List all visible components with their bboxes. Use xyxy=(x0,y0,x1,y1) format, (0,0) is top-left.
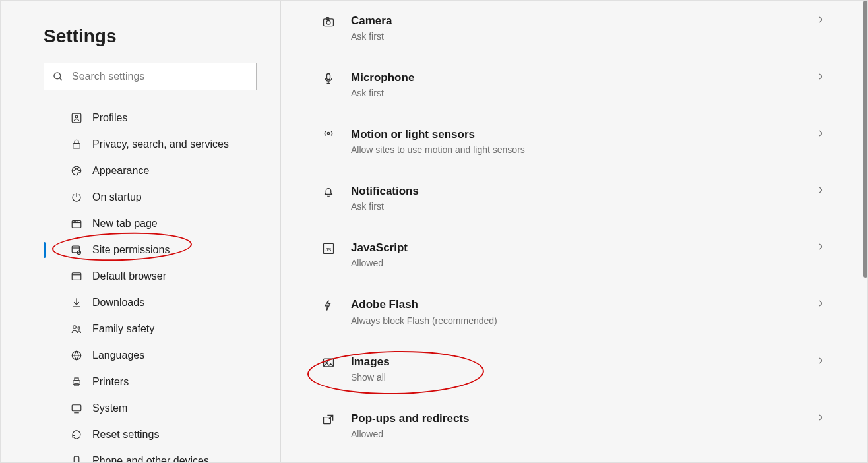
svg-rect-11 xyxy=(74,221,75,222)
scrollbar-thumb[interactable] xyxy=(863,1,867,278)
flash-icon xyxy=(321,299,336,312)
sidebar-item-label: Languages xyxy=(92,350,144,361)
system-icon xyxy=(70,402,83,415)
svg-rect-13 xyxy=(77,221,78,222)
search-input[interactable] xyxy=(71,70,248,83)
svg-rect-17 xyxy=(72,273,81,280)
sidebar-item-label: Reset settings xyxy=(92,429,159,441)
permission-title: Adobe Flash xyxy=(351,297,816,312)
svg-point-36 xyxy=(327,133,329,135)
page-title: Settings xyxy=(44,26,280,47)
profile-icon xyxy=(70,111,83,125)
svg-text:JS: JS xyxy=(325,247,331,253)
scrollbar-track[interactable] xyxy=(861,1,867,462)
chevron-right-icon xyxy=(816,242,825,251)
javascript-icon: JS xyxy=(321,242,336,255)
sidebar-item-downloads[interactable]: Downloads xyxy=(1,290,280,316)
languages-icon xyxy=(70,349,83,362)
permission-row-microphone[interactable]: Microphone Ask first xyxy=(321,56,841,113)
permission-title: Pop-ups and redirects xyxy=(351,412,816,426)
sidebar-item-site-permissions[interactable]: Site permissions xyxy=(1,237,280,263)
svg-rect-32 xyxy=(326,18,329,20)
svg-point-5 xyxy=(74,170,75,171)
svg-point-6 xyxy=(75,168,77,170)
sidebar-item-system[interactable]: System xyxy=(1,395,280,421)
newtab-icon xyxy=(70,217,83,230)
sidebar-item-appearance[interactable]: Appearance xyxy=(1,158,280,184)
permission-sub: Allowed xyxy=(351,258,816,268)
search-box[interactable] xyxy=(44,63,257,90)
permissions-list: Camera Ask first Microphone Ask first xyxy=(281,1,841,462)
svg-point-40 xyxy=(326,361,328,363)
sidebar-item-label: Printers xyxy=(92,376,129,388)
sidebar-item-label: Phone and other devices xyxy=(92,455,209,463)
permission-row-popups[interactable]: Pop-ups and redirects Allowed xyxy=(321,397,841,454)
sidebar-item-family[interactable]: Family safety xyxy=(1,316,280,342)
sidebar-item-reset[interactable]: Reset settings xyxy=(1,421,280,448)
sidebar-item-languages[interactable]: Languages xyxy=(1,342,280,369)
permission-title: Microphone xyxy=(351,71,816,85)
power-icon xyxy=(70,191,83,204)
svg-rect-26 xyxy=(72,405,81,411)
sidebar-item-label: Appearance xyxy=(92,165,149,177)
sidebar-item-label: Profiles xyxy=(92,112,127,124)
permission-title: Notifications xyxy=(351,184,816,199)
svg-point-8 xyxy=(78,170,80,171)
svg-point-0 xyxy=(54,73,61,79)
svg-point-3 xyxy=(75,115,78,118)
permission-row-motion[interactable]: Motion or light sensors Allow sites to u… xyxy=(321,113,841,170)
reset-icon xyxy=(70,428,83,441)
permission-row-images[interactable]: Images Show all xyxy=(321,340,841,397)
sidebar-item-label: System xyxy=(92,402,127,414)
svg-rect-33 xyxy=(327,74,330,80)
image-icon xyxy=(321,356,336,369)
chevron-right-icon xyxy=(816,72,825,81)
svg-line-1 xyxy=(59,78,62,80)
permission-row-ads[interactable]: Ads Blocked xyxy=(321,454,841,462)
permission-row-javascript[interactable]: JS JavaScript Allowed xyxy=(321,226,841,283)
phone-icon xyxy=(70,454,83,463)
sidebar-item-default-browser[interactable]: Default browser xyxy=(1,263,280,290)
chevron-right-icon xyxy=(816,15,825,24)
permission-sub: Allowed xyxy=(351,429,816,439)
sidebar-item-profiles[interactable]: Profiles xyxy=(1,105,280,131)
sidebar-item-printers[interactable]: Printers xyxy=(1,369,280,395)
permission-title: Camera xyxy=(351,14,816,28)
sidebar-item-label: Downloads xyxy=(92,297,144,309)
svg-point-7 xyxy=(77,168,78,170)
sidebar-item-privacy[interactable]: Privacy, search, and services xyxy=(1,131,280,158)
chevron-right-icon xyxy=(816,299,825,308)
svg-rect-24 xyxy=(75,378,78,381)
svg-rect-12 xyxy=(75,221,77,222)
sidebar-item-newtab[interactable]: New tab page xyxy=(1,210,280,237)
sidebar-item-label: Default browser xyxy=(92,270,166,282)
printer-icon xyxy=(70,375,83,388)
camera-icon xyxy=(321,15,336,28)
permission-sub: Ask first xyxy=(351,31,816,42)
sidebar-item-label: On startup xyxy=(92,191,142,203)
motion-sensor-icon xyxy=(321,129,336,138)
permission-row-notifications[interactable]: Notifications Ask first xyxy=(321,170,841,226)
permission-row-flash[interactable]: Adobe Flash Always block Flash (recommen… xyxy=(321,283,841,340)
microphone-icon xyxy=(321,72,336,85)
permission-sub: Allow sites to use motion and light sens… xyxy=(351,144,816,155)
sidebar-item-label: Privacy, search, and services xyxy=(92,139,229,150)
sidebar-item-phone[interactable]: Phone and other devices xyxy=(1,448,280,463)
svg-point-20 xyxy=(73,326,77,329)
svg-rect-30 xyxy=(324,19,334,26)
svg-rect-14 xyxy=(72,246,79,253)
chevron-right-icon xyxy=(816,356,825,365)
sidebar-item-label: Family safety xyxy=(92,323,154,335)
settings-nav-list: Profiles Privacy, search, and services xyxy=(1,105,280,463)
sidebar-item-startup[interactable]: On startup xyxy=(1,184,280,210)
svg-point-31 xyxy=(326,20,330,24)
site-permissions-icon xyxy=(70,243,83,257)
permission-row-camera[interactable]: Camera Ask first xyxy=(321,1,841,56)
permission-sub: Show all xyxy=(351,372,816,383)
svg-point-21 xyxy=(78,327,80,329)
search-icon xyxy=(52,71,64,82)
chevron-right-icon xyxy=(816,413,825,422)
family-icon xyxy=(70,323,83,336)
palette-icon xyxy=(70,164,83,177)
permission-title: JavaScript xyxy=(351,241,816,255)
